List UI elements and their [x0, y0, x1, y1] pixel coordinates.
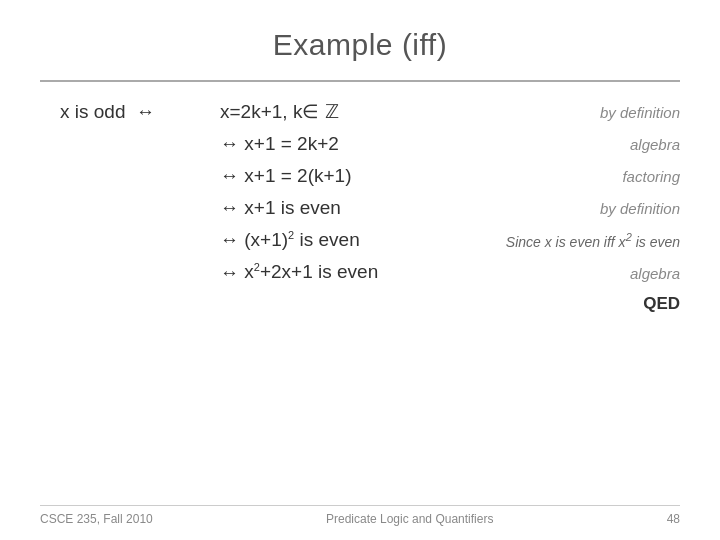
row-4-expr: (x+1)2 is even — [244, 229, 460, 251]
footer-left: CSCE 235, Fall 2010 — [40, 512, 153, 526]
footer-right: 48 — [667, 512, 680, 526]
slide-title: Example (iff) — [40, 28, 680, 62]
row-1: ↔ x+1 = 2k+2 algebra — [60, 133, 680, 155]
row-5: ↔ x2+2x+1 is even algebra — [60, 261, 680, 283]
row-2-expr: x+1 = 2(k+1) — [244, 165, 500, 187]
footer: CSCE 235, Fall 2010 Predicate Logic and … — [40, 505, 680, 526]
qed-label: QED — [60, 294, 680, 314]
row-4: ↔ (x+1)2 is even Since x is even iff x2 … — [60, 229, 680, 251]
title-area: Example (iff) — [40, 0, 680, 72]
row-5-note: algebra — [500, 265, 680, 282]
footer-center: Predicate Logic and Quantifiers — [326, 512, 493, 526]
row-5-arrow: ↔ — [220, 262, 239, 284]
row-2-arrow: ↔ — [220, 165, 239, 187]
row-2: ↔ x+1 = 2(k+1) factoring — [60, 165, 680, 187]
row-4-note: Since x is even iff x2 is even — [460, 231, 680, 250]
row-1-note: algebra — [500, 136, 680, 153]
content-area: x is odd ↔ x=2k+1, k∈ ℤ by definition ↔ … — [40, 100, 680, 314]
row-0-expr: x=2k+1, k∈ ℤ — [220, 100, 500, 123]
row-1-expr: x+1 = 2k+2 — [244, 133, 500, 155]
row-0: x is odd ↔ x=2k+1, k∈ ℤ by definition — [60, 100, 680, 123]
row-4-arrow: ↔ — [220, 229, 239, 251]
row-2-note: factoring — [500, 168, 680, 185]
row-3-note: by definition — [500, 200, 680, 217]
row-1-arrow: ↔ — [220, 133, 239, 155]
row-3-expr: x+1 is even — [244, 197, 500, 219]
row-5-expr: x2+2x+1 is even — [244, 261, 500, 283]
row-0-prefix: x is odd ↔ — [60, 101, 220, 123]
row-3: ↔ x+1 is even by definition — [60, 197, 680, 219]
slide: Example (iff) x is odd ↔ x=2k+1, k∈ ℤ by… — [0, 0, 720, 540]
divider — [40, 80, 680, 82]
row-0-note: by definition — [500, 104, 680, 121]
row-3-arrow: ↔ — [220, 197, 239, 219]
